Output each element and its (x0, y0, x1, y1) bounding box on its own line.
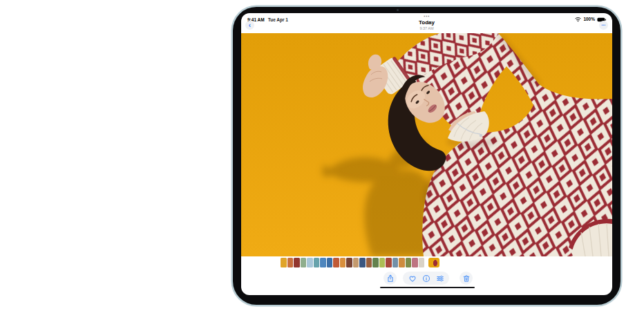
ipad-device-frame: 9:41 AM Tue Apr 1 100% (233, 7, 621, 305)
share-button[interactable] (383, 272, 397, 285)
trash-icon (462, 274, 471, 283)
filmstrip-thumbnail[interactable] (379, 258, 386, 267)
info-button[interactable] (422, 273, 430, 283)
photo-viewer[interactable] (241, 33, 612, 256)
adjust-button[interactable] (435, 273, 444, 283)
filmstrip-thumbnail[interactable] (392, 258, 399, 267)
wifi-icon (575, 17, 581, 22)
filmstrip-thumbnail[interactable] (406, 258, 412, 267)
action-pill (403, 272, 449, 285)
back-button[interactable]: ‹ (245, 21, 254, 30)
filmstrip-thumbnail[interactable] (327, 258, 333, 267)
filmstrip-thumbnail[interactable] (320, 258, 326, 267)
photo-timestamp: 9:37 AM (241, 26, 612, 31)
filmstrip-selected-thumbnail[interactable] (428, 258, 439, 267)
filmstrip-thumbnail[interactable] (412, 258, 418, 267)
more-options-button[interactable]: ••• (599, 21, 608, 30)
filmstrip (241, 258, 612, 267)
battery-percent: 100% (583, 17, 595, 22)
filmstrip-thumbnail[interactable] (294, 258, 300, 267)
filmstrip-thumbnail[interactable] (307, 258, 313, 267)
sliders-icon (436, 274, 444, 283)
filmstrip-thumbnail[interactable] (353, 258, 359, 267)
status-date: Tue Apr 1 (268, 18, 288, 23)
filmstrip-thumbnail[interactable] (346, 258, 352, 267)
share-icon (386, 274, 395, 283)
heart-icon (408, 274, 417, 283)
filmstrip-thumbnail[interactable] (281, 258, 287, 267)
home-indicator[interactable] (380, 287, 475, 289)
multitask-indicator[interactable]: ⋯ (424, 13, 430, 19)
filmstrip-thumbnail[interactable] (419, 258, 425, 267)
filmstrip-thumbnail[interactable] (287, 258, 294, 267)
delete-button[interactable] (460, 272, 473, 285)
filmstrip-thumbnails (281, 258, 424, 267)
filmstrip-thumbnail[interactable] (301, 258, 307, 267)
ellipsis-icon: ••• (602, 23, 606, 27)
screen: 9:41 AM Tue Apr 1 100% (241, 13, 612, 295)
favorite-button[interactable] (408, 273, 417, 283)
filmstrip-thumbnail[interactable] (372, 258, 379, 267)
filmstrip-thumbnail[interactable] (386, 258, 392, 267)
info-icon (422, 274, 430, 283)
front-camera (397, 9, 399, 11)
filmstrip-thumbnail[interactable] (314, 258, 320, 267)
filmstrip-thumbnail[interactable] (359, 258, 366, 267)
filmstrip-thumbnail[interactable] (399, 258, 405, 267)
chevron-left-icon: ‹ (249, 21, 251, 29)
filmstrip-thumbnail[interactable] (333, 258, 339, 267)
filmstrip-thumbnail[interactable] (340, 258, 346, 267)
filmstrip-thumbnail[interactable] (366, 258, 372, 267)
